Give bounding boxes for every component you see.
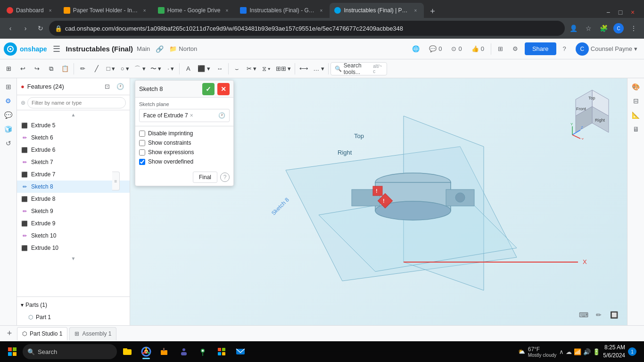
minimize-button[interactable]: −: [603, 7, 614, 18]
taskbar-app-teams[interactable]: [175, 343, 192, 360]
toolbar-circle-btn[interactable]: ○ ▾: [118, 62, 132, 76]
feature-item-extrude6[interactable]: ⬛ Extrude 6: [17, 144, 130, 156]
taskbar-app-store[interactable]: [213, 343, 230, 360]
scroll-up[interactable]: ▲: [17, 110, 130, 119]
feature-item-extrude5[interactable]: ⬛ Extrude 5: [17, 119, 130, 132]
orientation-cube[interactable]: Top Front Right Z Y X: [569, 88, 616, 135]
taskbar-weather[interactable]: ⛅ 67°F Mostly cloudy: [518, 346, 557, 358]
new-tab-button[interactable]: +: [426, 5, 439, 18]
onedrive-icon[interactable]: ☁: [566, 348, 572, 355]
help-button[interactable]: ?: [560, 43, 569, 54]
taskbar-app-chrome[interactable]: [138, 343, 155, 360]
user-menu[interactable]: C Counsel Payne ▾: [573, 41, 640, 58]
star-icon[interactable]: ☆: [582, 22, 595, 35]
feature-clock-btn[interactable]: 🕐: [115, 81, 126, 92]
cb-disable-imprinting-input[interactable]: [139, 131, 145, 137]
wifi-icon[interactable]: 📶: [574, 348, 581, 355]
tab-close-2[interactable]: ×: [141, 7, 149, 14]
toolbar-sketch-btn[interactable]: ✏: [76, 62, 89, 76]
feature-filter-input[interactable]: [27, 97, 126, 108]
checkbox-show-constraints[interactable]: Show constraints: [139, 140, 230, 146]
part-item-1[interactable]: ⬡ Part 1: [17, 311, 130, 323]
checkbox-disable-imprinting[interactable]: Disable imprinting: [139, 130, 230, 137]
feature-history-btn[interactable]: ⊡: [101, 81, 113, 92]
cb-show-expressions-input[interactable]: [139, 149, 145, 156]
parts-header[interactable]: ▾ Parts (1): [17, 299, 130, 311]
tab-close-4[interactable]: ×: [317, 7, 325, 14]
globe-icon-btn[interactable]: 🌐: [409, 43, 422, 54]
toolbar-mirror-btn[interactable]: ⧖ ▾: [260, 62, 273, 76]
sketch-confirm-button[interactable]: ✓: [202, 83, 215, 95]
tab-close-5[interactable]: ×: [412, 7, 419, 14]
toolbar-trim-btn[interactable]: ✂ ▾: [245, 62, 259, 76]
link-icon[interactable]: 🔗: [156, 45, 164, 53]
sidebar-icon-history[interactable]: ↺: [2, 137, 15, 150]
battery-icon[interactable]: 🔋: [593, 348, 600, 355]
toolbar-measure-btn[interactable]: ⟷: [297, 62, 310, 76]
tab-close-1[interactable]: ×: [47, 7, 54, 14]
onshape-logo[interactable]: onshape: [4, 42, 47, 56]
tab-close-3[interactable]: ×: [223, 7, 231, 14]
tab-instructables-onshape[interactable]: Instructables (Final) | Part St... ×: [330, 3, 424, 18]
share-button[interactable]: Share: [525, 42, 556, 55]
updates-count[interactable]: ⊙ 0: [448, 43, 464, 54]
taskbar-app-paint[interactable]: [157, 343, 173, 360]
viewport-icon-view[interactable]: 🔲: [607, 308, 620, 321]
feature-item-sketch6[interactable]: ✏ Sketch 6: [17, 132, 130, 144]
viewport-icon-keyboard[interactable]: ⌨: [577, 308, 590, 321]
forward-button[interactable]: ›: [19, 22, 32, 35]
right-panel-icon-4[interactable]: 🖥: [629, 123, 643, 136]
hamburger-menu[interactable]: ☰: [51, 42, 62, 56]
right-panel-icon-2[interactable]: ⊟: [629, 94, 643, 107]
bottom-tab-assembly[interactable]: ⊞ Assembly 1: [69, 327, 116, 340]
toolbar-rectangle-btn[interactable]: □ ▾: [104, 62, 117, 76]
toolbar-extrude-btn[interactable]: ⬛ ▾: [196, 62, 212, 76]
taskbar-app-explorer[interactable]: [119, 343, 136, 360]
sketch-final-button[interactable]: Final: [193, 172, 217, 183]
cb-show-overdefined-input[interactable]: [139, 159, 145, 165]
back-button[interactable]: ‹: [4, 22, 17, 35]
toolbar-redo-btn[interactable]: ↪: [30, 62, 43, 76]
more-options-icon[interactable]: ⋮: [627, 22, 640, 35]
toolbar-dimension-btn[interactable]: ↔: [213, 62, 226, 76]
feature-item-sketch9[interactable]: ✏ Sketch 9: [17, 205, 130, 217]
feature-item-extrude10[interactable]: ⬛ Extrude 10: [17, 242, 130, 254]
sidebar-icon-features[interactable]: ⚙: [2, 94, 15, 107]
right-panel-icon-1[interactable]: 🎨: [629, 80, 643, 93]
sketch-help-icon[interactable]: ?: [220, 173, 230, 182]
likes-count[interactable]: 👍 0: [469, 43, 487, 54]
bottom-tab-part-studio[interactable]: ⬡ Part Studio 1: [17, 327, 67, 340]
toolbar-copy-btn[interactable]: ⧉: [44, 62, 58, 76]
toolbar-undo-btn[interactable]: ↩: [16, 62, 29, 76]
sidebar-icon-parts[interactable]: 🧊: [2, 123, 15, 136]
profile-icon[interactable]: 👤: [567, 22, 580, 35]
tab-paper-towel[interactable]: Paper Towel Holder - Instruc... ×: [59, 3, 153, 18]
sidebar-icon-comments[interactable]: 💬: [2, 108, 15, 122]
toolbar-more-btn[interactable]: … ▾: [311, 62, 326, 76]
cb-show-constraints-input[interactable]: [139, 140, 145, 146]
taskbar-app-mail[interactable]: [232, 343, 249, 360]
notification-badge[interactable]: 1: [628, 347, 636, 356]
add-tab-button[interactable]: +: [4, 328, 15, 339]
toolbar-text-btn[interactable]: A: [182, 62, 195, 76]
maximize-button[interactable]: □: [615, 7, 626, 18]
toolbar-pattern-btn[interactable]: ⊞⊞ ▾: [274, 62, 293, 76]
toolbar-spline-btn[interactable]: 〜 ▾: [149, 62, 164, 76]
toolbar-search-box[interactable]: 🔍 Search tools... alt/~ c: [330, 62, 387, 75]
taskbar-app-maps[interactable]: [194, 343, 211, 360]
taskbar-search-bar[interactable]: 🔍 Search: [23, 344, 117, 359]
feature-item-sketch10[interactable]: ✏ Sketch 10: [17, 230, 130, 242]
system-clock[interactable]: 8:25 AM 5/6/2024: [603, 344, 625, 360]
toolbar-fillet-btn[interactable]: ⌣: [231, 62, 244, 76]
right-panel-icon-3[interactable]: 📐: [629, 108, 643, 122]
toolbar-line-btn[interactable]: ╱: [90, 62, 103, 76]
sidebar-icon-tools[interactable]: ⊞: [2, 80, 15, 93]
checkbox-show-expressions[interactable]: Show expressions: [139, 149, 230, 156]
volume-icon[interactable]: 🔊: [583, 348, 591, 355]
toolbar-point-btn[interactable]: · ▾: [164, 62, 177, 76]
sketch-cancel-button[interactable]: ✕: [217, 83, 230, 95]
panel-expand-btn[interactable]: ≡: [112, 172, 120, 190]
scroll-down[interactable]: ▼: [17, 254, 130, 263]
tab-dashboard[interactable]: Dashboard ×: [2, 3, 59, 18]
user-profile-btn[interactable]: C: [612, 22, 625, 35]
